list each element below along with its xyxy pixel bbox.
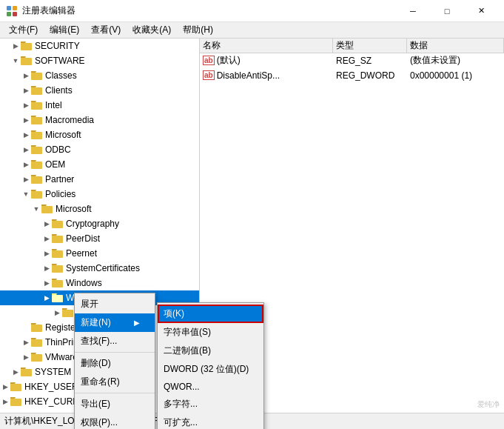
expand-icon-security: ▶ <box>10 41 21 51</box>
tree-item-software[interactable]: ▼ SOFTWARE <box>0 53 199 68</box>
sub-item-dword[interactable]: DWORD (32 位值)(D) <box>158 360 263 379</box>
svg-marker-30 <box>52 219 57 221</box>
svg-rect-29 <box>52 221 63 228</box>
expand-icon-system: ▶ <box>10 367 21 377</box>
svg-marker-12 <box>31 86 36 87</box>
folder-icon-cryptography <box>52 218 64 230</box>
sub-item-binary[interactable]: 二进制值(B) <box>158 342 263 360</box>
tree-label-security: SECURITY <box>35 41 80 51</box>
tree-label-microsoft-sw: Microsoft <box>45 130 81 140</box>
ctx-separator-1 <box>75 352 155 353</box>
folder-icon-peernet <box>52 247 64 259</box>
col-header-name[interactable]: 名称 <box>200 39 333 53</box>
tree-item-pol-microsoft[interactable]: ▼ Microsoft <box>0 202 199 216</box>
svg-rect-39 <box>52 295 63 302</box>
cell-data-1: 0x00000001 (1) <box>407 70 504 81</box>
expand-icon-odbc: ▶ <box>21 144 31 155</box>
folder-icon-policies <box>31 188 43 200</box>
menu-file[interactable]: 文件(F) <box>3 22 44 38</box>
ctx-item-delete[interactable]: 删除(D) <box>75 354 155 373</box>
ctx-item-expand[interactable]: 展开 <box>75 295 155 313</box>
svg-rect-37 <box>52 280 63 287</box>
sub-item-key[interactable]: 项(K) <box>158 305 263 323</box>
folder-icon-partner <box>31 173 43 185</box>
svg-marker-10 <box>31 71 36 73</box>
svg-rect-27 <box>41 206 53 213</box>
tree-item-systemcerts[interactable]: ▶ SystemCertificates <box>0 261 199 276</box>
ctx-item-permissions[interactable]: 权限(P)... <box>75 413 155 429</box>
sub-item-string[interactable]: 字符串值(S) <box>158 323 263 342</box>
svg-marker-48 <box>31 353 36 354</box>
tree-item-classes[interactable]: ▶ Classes <box>0 68 199 83</box>
menu-view[interactable]: 查看(V) <box>85 22 127 38</box>
svg-rect-47 <box>31 354 42 362</box>
ctx-item-find[interactable]: 查找(F)... <box>75 332 155 350</box>
expand-icon-windefender: ▶ <box>41 293 52 303</box>
sub-item-expandstring[interactable]: 可扩充... <box>158 413 263 429</box>
expand-icon-microsoft-sw: ▶ <box>21 130 31 140</box>
expand-icon-peerdist: ▶ <box>41 233 52 244</box>
menu-favorites[interactable]: 收藏夹(A) <box>127 22 177 38</box>
tree-item-intel[interactable]: ▶ Intel <box>0 98 199 113</box>
cell-data-0: (数值未设置) <box>407 54 504 67</box>
svg-rect-3 <box>13 12 17 16</box>
minimize-button[interactable]: ─ <box>396 0 430 22</box>
cell-type-1: REG_DWORD <box>333 70 407 81</box>
tree-item-peerdist[interactable]: ▶ PeerDist <box>0 231 199 246</box>
tree-item-windows[interactable]: ▶ Windows <box>0 276 199 290</box>
maximize-button[interactable]: □ <box>430 0 464 22</box>
tree-label-classes: Classes <box>45 70 77 81</box>
svg-marker-18 <box>31 130 36 132</box>
sub-context-menu: 项(K) 字符串值(S) 二进制值(B) DWORD (32 位值)(D) QW… <box>157 302 264 429</box>
tree-label-software: SOFTWARE <box>35 56 85 66</box>
sub-item-qword[interactable]: QWOR... <box>158 379 263 395</box>
tree-item-security[interactable]: ▶ SECURITY <box>0 39 199 53</box>
menu-help[interactable]: 帮助(H) <box>177 22 219 38</box>
tree-label-peerdist: PeerDist <box>66 233 100 244</box>
expand-icon-pol-microsoft: ▼ <box>31 204 41 214</box>
tree-item-microsoft-sw[interactable]: ▶ Microsoft <box>0 127 199 142</box>
sub-item-multistring[interactable]: 多字符... <box>158 395 263 413</box>
svg-rect-0 <box>7 6 11 10</box>
col-header-type[interactable]: 类型 <box>333 39 407 53</box>
tree-item-policies[interactable]: ▼ Policies <box>0 187 199 202</box>
folder-icon-security <box>21 40 33 52</box>
folder-icon-microsoft-sw <box>31 129 43 141</box>
tree-item-odbc[interactable]: ▶ ODBC <box>0 142 199 157</box>
folder-icon-windows <box>52 277 64 289</box>
cell-type-0: REG_SZ <box>333 56 407 66</box>
expand-icon-systemcerts: ▶ <box>41 263 52 273</box>
ctx-item-rename[interactable]: 重命名(R) <box>75 373 155 391</box>
tree-item-oem[interactable]: ▶ OEM <box>0 157 199 172</box>
svg-rect-51 <box>10 384 21 391</box>
svg-marker-36 <box>52 264 57 265</box>
svg-rect-1 <box>13 6 17 10</box>
col-header-data[interactable]: 数据 <box>407 39 504 53</box>
menu-edit[interactable]: 编辑(E) <box>44 22 85 38</box>
tree-item-macromedia[interactable]: ▶ Macromedia <box>0 113 199 127</box>
folder-icon-peerdist <box>52 233 64 245</box>
ctx-item-export[interactable]: 导出(E) <box>75 395 155 413</box>
tree-label-macromedia: Macromedia <box>45 115 94 125</box>
app-icon <box>6 5 18 17</box>
tree-item-partner[interactable]: ▶ Partner <box>0 172 199 187</box>
list-row[interactable]: ab (默认) REG_SZ (数值未设置) <box>200 53 504 68</box>
expand-icon-intel: ▶ <box>21 100 31 110</box>
list-row[interactable]: ab DisableAntiSp... REG_DWORD 0x00000001… <box>200 68 504 83</box>
tree-item-peernet[interactable]: ▶ Peernet <box>0 246 199 261</box>
svg-marker-44 <box>31 323 36 325</box>
dword-icon: ab <box>203 70 215 80</box>
ctx-item-new[interactable]: 新建(N) ▶ <box>75 313 155 332</box>
folder-icon-software <box>21 55 33 67</box>
list-header: 名称 类型 数据 <box>200 39 504 53</box>
expand-icon-policies: ▼ <box>21 189 31 199</box>
folder-icon-pol-microsoft <box>41 203 53 215</box>
svg-rect-41 <box>62 310 73 317</box>
close-button[interactable]: ✕ <box>464 0 498 22</box>
svg-rect-21 <box>31 162 42 169</box>
expand-icon-vmware: ▶ <box>21 352 31 362</box>
tree-item-cryptography[interactable]: ▶ Cryptography <box>0 216 199 231</box>
menu-bar: 文件(F) 编辑(E) 查看(V) 收藏夹(A) 帮助(H) <box>0 22 504 39</box>
tree-item-clients[interactable]: ▶ Clients <box>0 83 199 98</box>
folder-icon-hkusers <box>10 381 22 393</box>
